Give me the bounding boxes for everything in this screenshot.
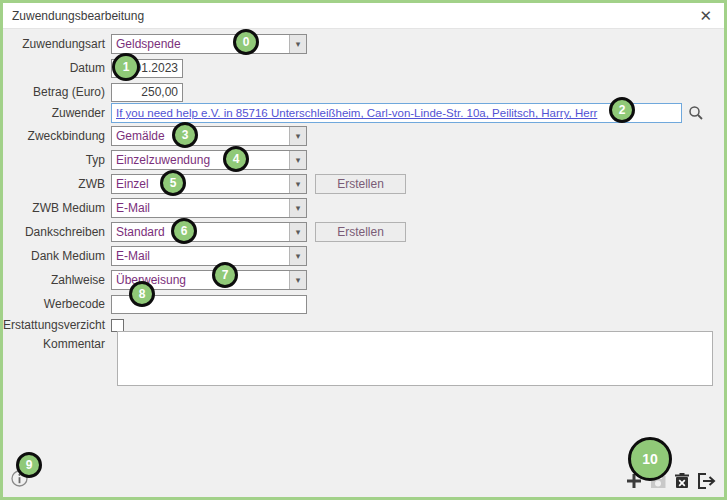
annotation-marker-6: 6 — [171, 218, 197, 244]
row-zweckbindung: Zweckbindung Gemälde ▾ — [3, 126, 307, 146]
row-kommentar: Kommentar — [3, 334, 111, 354]
chevron-down-icon[interactable]: ▾ — [289, 199, 306, 217]
zwb-medium-select[interactable]: E-Mail ▾ — [111, 198, 307, 218]
row-werbecode: Werbecode — [3, 294, 307, 314]
annotation-marker-3: 3 — [172, 122, 198, 148]
zuwendungsart-value: Geldspende — [112, 35, 289, 53]
titlebar: Zuwendungsbearbeitung ✕ — [3, 3, 724, 29]
erstattungsverzicht-label: Erstattungsverzicht — [3, 318, 111, 332]
kommentar-textarea[interactable] — [117, 331, 713, 386]
kommentar-label: Kommentar — [3, 337, 111, 351]
dank-medium-label: Dank Medium — [3, 249, 111, 263]
row-zahlweise: Zahlweise Überweisung ▾ — [3, 270, 307, 290]
betrag-label: Betrag (Euro) — [3, 85, 111, 99]
annotation-marker-4: 4 — [223, 146, 249, 172]
annotation-marker-2: 2 — [609, 97, 635, 123]
row-zuwender: Zuwender If you need help e.V. in 85716 … — [3, 103, 704, 123]
annotation-marker-7: 7 — [212, 262, 238, 288]
zuwender-field[interactable]: If you need help e.V. in 85716 Unterschl… — [111, 103, 682, 123]
row-datum: Datum — [3, 58, 183, 78]
dank-medium-select[interactable]: E-Mail ▾ — [111, 246, 307, 266]
zahlweise-label: Zahlweise — [3, 273, 111, 287]
row-zwb-medium: ZWB Medium E-Mail ▾ — [3, 198, 307, 218]
zwb-medium-label: ZWB Medium — [3, 201, 111, 215]
chevron-down-icon[interactable]: ▾ — [289, 247, 306, 265]
dankschreiben-select[interactable]: Standard ▾ — [111, 222, 307, 242]
annotation-marker-10: 10 — [628, 437, 672, 481]
zwb-medium-value: E-Mail — [112, 199, 289, 217]
dankschreiben-erstellen-button[interactable]: Erstellen — [315, 222, 406, 242]
row-dank-medium: Dank Medium E-Mail ▾ — [3, 246, 307, 266]
close-icon[interactable]: ✕ — [696, 7, 715, 24]
chevron-down-icon[interactable]: ▾ — [289, 271, 306, 289]
datum-label: Datum — [3, 61, 111, 75]
dankschreiben-value: Standard — [112, 223, 289, 241]
dankschreiben-label: Dankschreiben — [3, 225, 111, 239]
exit-icon[interactable] — [697, 472, 716, 490]
zwb-label: ZWB — [3, 177, 111, 191]
werbecode-label: Werbecode — [3, 297, 111, 311]
zweckbindung-label: Zweckbindung — [3, 129, 111, 143]
chevron-down-icon[interactable]: ▾ — [289, 151, 306, 169]
chevron-down-icon[interactable]: ▾ — [289, 127, 306, 145]
zuwendungsart-select[interactable]: Geldspende ▾ — [111, 34, 307, 54]
row-zwb: ZWB Einzel ▾ Erstellen — [3, 174, 406, 194]
annotation-marker-9: 9 — [16, 452, 42, 478]
dialog-title: Zuwendungsbearbeitung — [12, 9, 144, 23]
annotation-marker-8: 8 — [129, 281, 155, 307]
chevron-down-icon[interactable]: ▾ — [289, 223, 306, 241]
row-typ: Typ Einzelzuwendung ▾ — [3, 150, 307, 170]
typ-value: Einzelzuwendung — [112, 151, 289, 169]
typ-select[interactable]: Einzelzuwendung ▾ — [111, 150, 307, 170]
row-zuwendungsart: Zuwendungsart Geldspende ▾ — [3, 34, 307, 54]
zuwendungsbearbeitung-dialog: Zuwendungsbearbeitung ✕ Zuwendungsart Ge… — [0, 0, 727, 500]
row-erstattungsverzicht: Erstattungsverzicht — [3, 315, 124, 335]
zuwender-link[interactable]: If you need help e.V. in 85716 Unterschl… — [116, 107, 597, 119]
dank-medium-value: E-Mail — [112, 247, 289, 265]
zweckbindung-select[interactable]: Gemälde ▾ — [111, 126, 307, 146]
zweckbindung-value: Gemälde — [112, 127, 289, 145]
typ-label: Typ — [3, 153, 111, 167]
row-betrag: Betrag (Euro) — [3, 82, 183, 102]
annotation-marker-0: 0 — [233, 29, 259, 55]
annotation-marker-1: 1 — [112, 53, 140, 81]
zwb-erstellen-button[interactable]: Erstellen — [315, 174, 406, 194]
chevron-down-icon[interactable]: ▾ — [289, 175, 306, 193]
betrag-input[interactable] — [111, 83, 183, 102]
zwb-select[interactable]: Einzel ▾ — [111, 174, 307, 194]
annotation-marker-5: 5 — [160, 170, 186, 196]
zuwender-label: Zuwender — [3, 106, 111, 120]
zwb-value: Einzel — [112, 175, 289, 193]
erstattungsverzicht-checkbox[interactable] — [111, 319, 124, 332]
delete-icon[interactable] — [673, 472, 691, 490]
row-dankschreiben: Dankschreiben Standard ▾ Erstellen — [3, 222, 406, 242]
zuwendungsart-label: Zuwendungsart — [3, 37, 111, 51]
chevron-down-icon[interactable]: ▾ — [289, 35, 306, 53]
search-icon[interactable] — [688, 105, 704, 121]
